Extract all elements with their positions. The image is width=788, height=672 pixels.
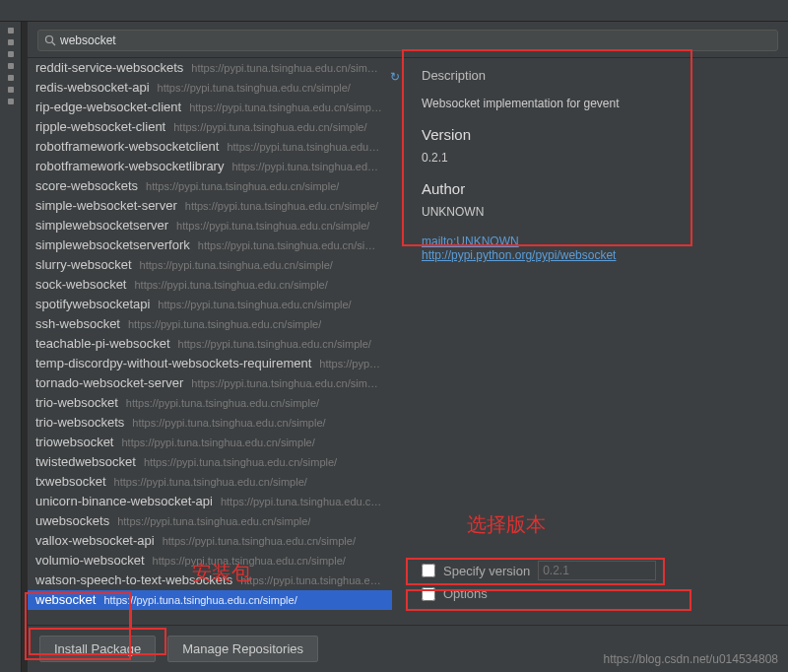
package-name: simple-websocket-server — [35, 198, 177, 213]
package-name: websocket — [35, 592, 96, 607]
package-item[interactable]: websockethttps://pypi.tuna.tsinghua.edu.… — [28, 590, 392, 610]
package-detail: ↻ Description Websocket implementation f… — [392, 58, 788, 625]
package-name: triowebsocket — [35, 435, 113, 449]
package-name: reddit-service-websockets — [35, 60, 183, 75]
package-name: redis-websocket-api — [35, 80, 150, 95]
install-package-button[interactable]: Install Package — [39, 636, 156, 662]
package-item[interactable]: simplewebsocketserverforkhttps://pypi.tu… — [28, 235, 392, 255]
package-item[interactable]: trio-websockethttps://pypi.tuna.tsinghua… — [28, 393, 392, 413]
package-item[interactable]: slurry-websockethttps://pypi.tuna.tsingh… — [28, 255, 392, 275]
package-repo: https://pypi.tuna.tsinghua.edu.cn/simple… — [140, 259, 333, 271]
package-item[interactable]: unicorn-binance-websocket-apihttps://pyp… — [28, 492, 392, 511]
package-name: twistedwebsocket — [35, 454, 136, 469]
package-name: ripple-websocket-client — [35, 119, 165, 134]
package-repo: https://pypi.tuna.tsinghua.edu.cn/simple… — [103, 594, 296, 606]
install-options: Specify version Options — [406, 557, 774, 615]
package-name: trio-websocket — [35, 395, 118, 410]
package-item[interactable]: simplewebsocketserverhttps://pypi.tuna.t… — [28, 216, 392, 235]
package-item[interactable]: watson-speech-to-text-websocketshttps://… — [28, 571, 392, 590]
package-name: simplewebsocketserver — [35, 218, 168, 233]
package-item[interactable]: ssh-websockethttps://pypi.tuna.tsinghua.… — [28, 314, 392, 334]
package-item[interactable]: uwebsocketshttps://pypi.tuna.tsinghua.ed… — [28, 511, 392, 531]
package-item[interactable]: vallox-websocket-apihttps://pypi.tuna.ts… — [28, 531, 392, 551]
package-item[interactable]: ripple-websocket-clienthttps://pypi.tuna… — [28, 117, 392, 137]
package-repo: https://pypi.tuna.tsinghua.edu.cn/simple… — [191, 377, 382, 389]
package-repo: https://pypi.tuna.tsinghua.edu.cn/simple… — [121, 437, 314, 448]
package-repo: https://pypi.tuna.tsinghua.edu.cn/simple… — [240, 574, 382, 586]
version-value: 0.2.1 — [422, 151, 774, 165]
search-box[interactable] — [37, 30, 778, 51]
package-item[interactable]: trio-websocketshttps://pypi.tuna.tsinghu… — [28, 413, 392, 433]
homepage-link[interactable]: http://pypi.python.org/pypi/websocket — [422, 248, 774, 262]
package-list[interactable]: reddit-service-websocketshttps://pypi.tu… — [28, 58, 392, 625]
package-repo: https://pypi.tuna.tsinghua.edu.cn/simple… — [163, 535, 356, 547]
package-item[interactable]: simple-websocket-serverhttps://pypi.tuna… — [28, 196, 392, 216]
package-item[interactable]: temp-discordpy-without-websockets-requir… — [28, 354, 392, 373]
package-repo: https://pypi.tuna.tsinghua.edu.cn/simple… — [191, 62, 382, 74]
specify-version-input[interactable] — [538, 561, 656, 580]
package-name: temp-discordpy-without-websockets-requir… — [35, 356, 311, 370]
package-item[interactable]: robotframework-websocketclienthttps://py… — [28, 137, 392, 157]
package-name: trio-websockets — [35, 415, 124, 430]
mailto-link[interactable]: mailto:UNKNOWN — [422, 235, 774, 248]
package-repo: https://pypi.tuna.tsinghua.edu.cn/simple… — [126, 397, 319, 409]
package-repo: https://pypi.tuna.tsinghua.edu.cn/simple… — [158, 299, 351, 310]
package-name: robotframework-websocketlibrary — [35, 159, 224, 173]
package-repo: https://pypi.tuna.tsinghua.edu.cn/simple… — [132, 417, 325, 429]
package-repo: https://pypi.tuna.tsinghua.edu.cn/simple… — [134, 279, 327, 291]
specify-version-label: Specify version — [443, 564, 530, 578]
package-name: rip-edge-websocket-client — [35, 100, 181, 114]
package-repo: https://pypi.tuna.tsinghua.edu.cn/simple… — [117, 515, 310, 527]
options-checkbox[interactable] — [422, 587, 435, 601]
package-item[interactable]: spotifywebsocketapihttps://pypi.tuna.tsi… — [28, 295, 392, 314]
package-name: watson-speech-to-text-websockets — [35, 572, 232, 587]
package-name: sock-websocket — [35, 277, 126, 292]
package-name: teachable-pi-websocket — [35, 336, 170, 351]
package-name: robotframework-websocketclient — [35, 139, 219, 154]
package-item[interactable]: teachable-pi-websockethttps://pypi.tuna.… — [28, 334, 392, 354]
specify-version-checkbox[interactable] — [422, 564, 435, 577]
package-repo: https://pypi.tuna.tsinghua.edu.cn/simple… — [227, 141, 382, 153]
package-repo: https://pypi.tuna.tsinghua.edu.cn/simple… — [178, 338, 371, 350]
package-item[interactable]: tornado-websocket-serverhttps://pypi.tun… — [28, 373, 392, 393]
package-item[interactable]: sock-websockethttps://pypi.tuna.tsinghua… — [28, 275, 392, 295]
package-repo: https://pypi.tuna.tsinghua.edu.cn/simple… — [185, 200, 378, 212]
version-label: Version — [422, 126, 774, 143]
packages-dialog: reddit-service-websocketshttps://pypi.tu… — [28, 22, 788, 672]
watermark-text: https://blog.csdn.net/u014534808 — [604, 652, 778, 666]
package-item[interactable]: volumio-websockethttps://pypi.tuna.tsing… — [28, 551, 392, 571]
package-item[interactable]: score-websocketshttps://pypi.tuna.tsingh… — [28, 176, 392, 196]
package-name: score-websockets — [35, 178, 138, 193]
package-item[interactable]: triowebsockethttps://pypi.tuna.tsinghua.… — [28, 433, 392, 452]
package-repo: https://pypi.tuna.tsinghua.edu.cn/simple… — [173, 121, 366, 133]
package-repo: https://pypi.tuna.tsinghua.edu.cn/simple… — [128, 318, 321, 330]
package-repo: https://pypi.tuna.tsinghua.edu.cn/simple… — [158, 82, 351, 94]
titlebar — [0, 0, 788, 22]
package-repo: https://pypi.tuna.tsinghua.edu.cn/simple… — [198, 239, 382, 251]
package-item[interactable]: robotframework-websocketlibraryhttps://p… — [28, 157, 392, 176]
package-repo: https://pypi.tuna.tsinghua.edu.cn/simple… — [153, 555, 346, 567]
package-repo: https://pypi.tuna.tsinghua.edu.cn/simple… — [221, 496, 382, 507]
description-label: Description — [422, 68, 774, 83]
package-repo: https://pypi.tuna.tsinghua.edu.cn/simple… — [231, 161, 382, 172]
refresh-icon[interactable]: ↻ — [390, 70, 400, 84]
package-repo: https://pypi.tuna.tsinghua.edu.cn/simple… — [319, 358, 382, 370]
options-label: Options — [443, 586, 488, 601]
package-repo: https://pypi.tuna.tsinghua.edu.cn/simple… — [146, 180, 339, 192]
package-name: vallox-websocket-api — [35, 533, 155, 548]
search-input[interactable] — [60, 34, 771, 47]
package-name: ssh-websocket — [35, 316, 120, 331]
package-name: unicorn-binance-websocket-api — [35, 494, 213, 508]
package-item[interactable]: twistedwebsockethttps://pypi.tuna.tsingh… — [28, 452, 392, 472]
package-item[interactable]: rip-edge-websocket-clienthttps://pypi.tu… — [28, 98, 392, 117]
package-item[interactable]: redis-websocket-apihttps://pypi.tuna.tsi… — [28, 78, 392, 98]
manage-repositories-button[interactable]: Manage Repositories — [167, 636, 318, 662]
package-repo: https://pypi.tuna.tsinghua.edu.cn/simple… — [114, 476, 307, 488]
package-name: spotifywebsocketapi — [35, 297, 150, 311]
svg-point-0 — [46, 36, 53, 43]
package-name: slurry-websocket — [35, 257, 132, 272]
package-item[interactable]: txwebsockethttps://pypi.tuna.tsinghua.ed… — [28, 472, 392, 492]
package-item[interactable]: reddit-service-websocketshttps://pypi.tu… — [28, 58, 392, 78]
split-pane: reddit-service-websocketshttps://pypi.tu… — [28, 58, 788, 625]
description-text: Websocket implementation for gevent — [422, 97, 774, 110]
